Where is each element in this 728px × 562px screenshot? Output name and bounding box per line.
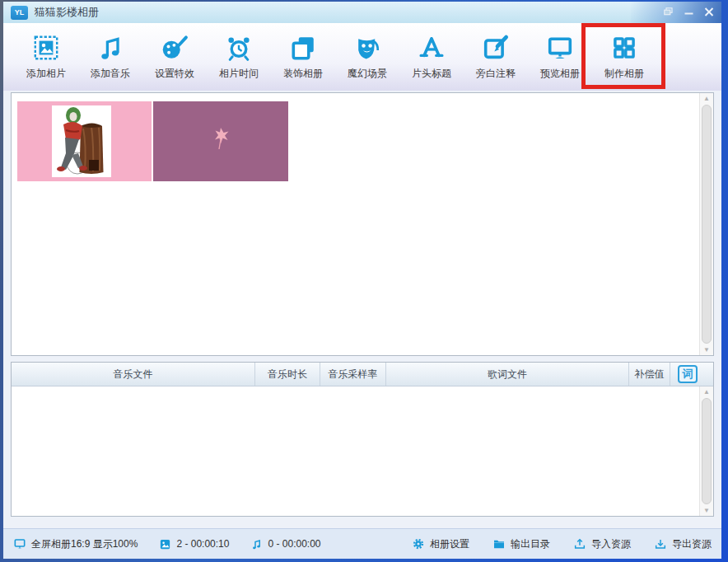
narration-icon xyxy=(481,33,511,63)
lyrics-badge-cell: 词 xyxy=(670,363,705,386)
tool-label: 设置特效 xyxy=(155,67,194,81)
make-album-button[interactable]: 制作相册 xyxy=(592,23,656,91)
scroll-down-icon[interactable]: ▼ xyxy=(700,344,713,355)
photo-count-text: 2 - 00:00:10 xyxy=(176,538,229,550)
tool-label: 添加音乐 xyxy=(91,67,130,81)
scroll-up-icon[interactable]: ▲ xyxy=(700,93,713,104)
import-resources-label: 导入资源 xyxy=(591,537,631,551)
close-window-button[interactable] xyxy=(701,4,717,19)
music-count-text: 0 - 00:00:00 xyxy=(268,538,320,550)
effects-icon xyxy=(160,33,189,63)
restore-icon xyxy=(664,7,673,16)
scrollbar-thumb[interactable] xyxy=(702,105,712,344)
title-caption-button[interactable]: 片头标题 xyxy=(399,23,464,91)
export-resources-button[interactable]: 导出资源 xyxy=(654,537,712,551)
music-list-body: ▲ ▼ xyxy=(12,386,713,516)
column-sample-rate[interactable]: 音乐采样率 xyxy=(320,363,386,386)
magic-scene-button[interactable]: 魔幻场景 xyxy=(335,23,399,91)
photo-time-icon xyxy=(224,33,254,63)
album-settings-label: 相册设置 xyxy=(430,537,469,551)
photo-list-panel: ▲ ▼ xyxy=(11,92,714,356)
output-directory-label: 输出目录 xyxy=(511,537,550,551)
scroll-down-icon[interactable]: ▼ xyxy=(700,505,713,516)
tool-label: 旁白注释 xyxy=(476,67,516,81)
minimize-icon xyxy=(684,7,693,16)
gear-icon xyxy=(412,537,425,550)
export-icon xyxy=(654,537,667,550)
album-settings-button[interactable]: 相册设置 xyxy=(412,537,469,551)
title-bar: YL 猫猫影楼相册 xyxy=(3,2,721,23)
toolbar: 添加相片 添加音乐 设置特效 xyxy=(3,23,721,91)
tool-label: 装饰相册 xyxy=(283,67,323,81)
photo-list-scrollbar[interactable]: ▲ ▼ xyxy=(699,93,713,355)
music-icon xyxy=(250,538,263,550)
music-table-header: 音乐文件 音乐时长 音乐采样率 歌词文件 补偿值 词 xyxy=(12,363,713,386)
lyrics-icon[interactable]: 词 xyxy=(678,365,698,383)
scrollbar-thumb[interactable] xyxy=(702,398,712,504)
restore-window-button[interactable] xyxy=(660,4,676,19)
minimize-window-button[interactable] xyxy=(680,4,697,19)
window-title: 猫猫影楼相册 xyxy=(35,5,99,20)
export-resources-label: 导出资源 xyxy=(672,537,712,551)
magic-scene-icon xyxy=(352,33,382,63)
photo-thumbnail-1[interactable] xyxy=(17,101,152,181)
add-photo-button[interactable]: 添加相片 xyxy=(14,23,78,91)
music-count-info: 0 - 00:00:00 xyxy=(250,538,320,550)
folder-icon xyxy=(492,537,506,550)
app-logo-icon: YL xyxy=(11,6,28,20)
app-window: YL 猫猫影楼相册 xyxy=(0,0,728,562)
tool-label: 添加相片 xyxy=(26,67,66,81)
status-bar: 全屏相册16:9 显示100% 2 - 00:00:10 0 - 00:00:0… xyxy=(3,528,721,559)
photo-1-image xyxy=(52,105,111,177)
music-list-scrollbar[interactable]: ▲ ▼ xyxy=(699,386,713,516)
set-effects-button[interactable]: 设置特效 xyxy=(142,23,207,91)
tool-label: 预览相册 xyxy=(540,67,580,81)
title-icon xyxy=(417,33,446,63)
photo-thumbnail-2[interactable] xyxy=(153,101,288,181)
add-music-button[interactable]: 添加音乐 xyxy=(78,23,142,91)
fullscreen-info-text: 全屏相册16:9 显示100% xyxy=(31,537,138,551)
make-album-icon xyxy=(609,33,639,63)
preview-icon xyxy=(545,33,575,63)
column-music-file[interactable]: 音乐文件 xyxy=(12,363,255,386)
column-duration[interactable]: 音乐时长 xyxy=(255,363,320,386)
add-photo-icon xyxy=(31,33,61,63)
decorate-album-button[interactable]: 装饰相册 xyxy=(271,23,335,91)
add-music-icon xyxy=(96,33,125,63)
close-icon xyxy=(704,7,714,16)
decorate-icon xyxy=(288,33,318,63)
photo-2-image xyxy=(211,126,231,151)
monitor-icon xyxy=(13,537,26,550)
music-list-panel: 音乐文件 音乐时长 音乐采样率 歌词文件 补偿值 词 ▲ ▼ xyxy=(11,362,714,517)
import-resources-button[interactable]: 导入资源 xyxy=(573,537,631,551)
tool-label: 相片时间 xyxy=(219,67,259,81)
tool-label: 片头标题 xyxy=(412,67,451,81)
tool-label: 制作相册 xyxy=(604,67,644,81)
photo-count-info: 2 - 00:00:10 xyxy=(159,538,229,550)
narration-button[interactable]: 旁白注释 xyxy=(464,23,528,91)
fullscreen-info: 全屏相册16:9 显示100% xyxy=(13,537,138,551)
header-filler xyxy=(705,363,713,386)
column-compensation[interactable]: 补偿值 xyxy=(629,363,670,386)
photo-time-button[interactable]: 相片时间 xyxy=(207,23,271,91)
image-icon xyxy=(159,538,171,550)
column-lyrics-file[interactable]: 歌词文件 xyxy=(386,363,629,386)
tool-label: 魔幻场景 xyxy=(348,67,387,81)
scroll-up-icon[interactable]: ▲ xyxy=(700,386,713,397)
import-icon xyxy=(573,537,586,550)
preview-album-button[interactable]: 预览相册 xyxy=(528,23,592,91)
output-directory-button[interactable]: 输出目录 xyxy=(492,537,550,551)
